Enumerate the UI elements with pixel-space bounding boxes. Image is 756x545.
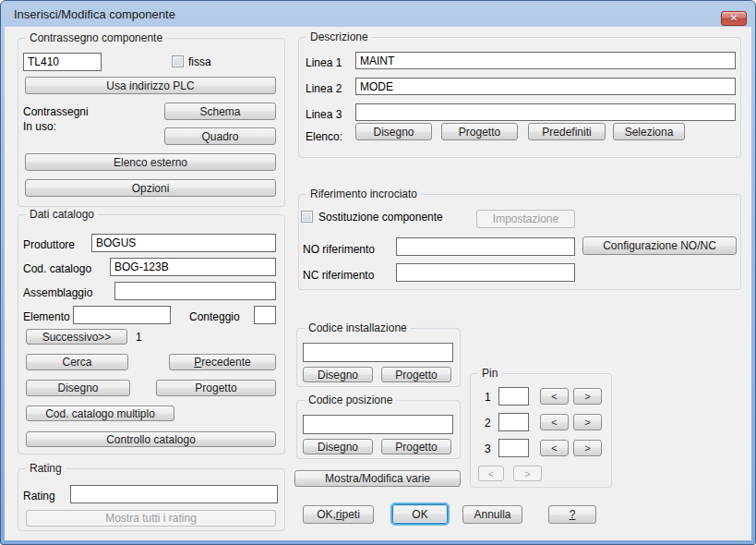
nc-reference-input[interactable] [396, 263, 575, 282]
fixed-checkbox-label: fissa [188, 55, 211, 68]
line2-label: Linea 2 [306, 82, 342, 95]
options-button[interactable]: Opzioni [25, 179, 276, 197]
schematic-button[interactable]: Schema [164, 103, 276, 120]
previous-button-label: recedente [201, 356, 250, 369]
pin1-prev-button[interactable]: < [540, 388, 569, 405]
panel-button[interactable]: Quadro [164, 127, 276, 145]
cross-reference-group-label: Riferimento incrociato [306, 188, 421, 200]
location-code-group-label: Codice posizione [305, 394, 396, 406]
pin1-label: 1 [485, 391, 491, 404]
component-override-label: Sostituzione componente [318, 211, 443, 224]
help-button[interactable]: ? [548, 505, 596, 524]
close-icon: ✕ [730, 14, 738, 23]
cancel-button[interactable]: Annulla [462, 505, 522, 524]
pin1-prev-icon: < [551, 391, 557, 402]
item-label: Elemento [23, 310, 70, 323]
previous-button-accel: P [194, 356, 201, 369]
installation-drawing-button[interactable]: Disegno [303, 367, 373, 382]
catalog-data-group-label: Dati catalogo [26, 208, 98, 221]
previous-button[interactable]: Precedente [169, 354, 276, 370]
description-pick-button[interactable]: Seleziona [613, 123, 685, 140]
next-count-value: 1 [136, 331, 142, 344]
nc-reference-label: NC riferimento [303, 269, 374, 282]
pin3-prev-icon: < [551, 442, 557, 454]
tags-in-use-label-line1: Contrassegni [23, 105, 89, 118]
pin3-label: 3 [485, 442, 491, 455]
installation-code-input[interactable] [303, 343, 453, 362]
rating-group-label: Rating [26, 462, 66, 475]
next-button[interactable]: Successivo>> [26, 329, 127, 345]
pin-nav-prev-icon: < [488, 468, 494, 479]
line3-label: Linea 3 [306, 108, 342, 121]
no-reference-input[interactable] [396, 237, 575, 256]
pin2-prev-icon: < [551, 417, 557, 428]
count-label: Conteggio [189, 310, 240, 323]
line2-input[interactable] [355, 78, 736, 95]
assembly-label: Assemblaggio [23, 286, 92, 299]
rating-input[interactable] [70, 485, 278, 503]
title-bar[interactable]: Inserisci/Modifica componente ✕ [1, 1, 755, 27]
pin2-next-icon: > [584, 417, 590, 428]
item-input[interactable] [73, 306, 171, 324]
show-edit-misc-button[interactable]: Mostra/Modifica varie [294, 470, 461, 487]
manufacturer-label: Produttore [23, 238, 75, 251]
description-group-label: Descrizione [306, 30, 372, 43]
fixed-checkbox[interactable] [172, 55, 184, 67]
ok-repeat-rest: peti [342, 508, 359, 521]
location-drawing-button[interactable]: Disegno [303, 439, 373, 454]
external-list-button[interactable]: Elenco esterno [25, 153, 276, 171]
pin3-prev-button[interactable]: < [540, 440, 569, 456]
catalog-drawing-button[interactable]: Disegno [26, 380, 130, 396]
description-drawing-button[interactable]: Disegno [355, 123, 432, 140]
insert-edit-component-dialog: Inserisci/Modifica componente ✕ Contrass… [0, 0, 756, 545]
show-all-ratings-button[interactable]: Mostra tutti i rating [26, 510, 276, 527]
component-override-checkbox[interactable] [301, 211, 313, 223]
location-code-input[interactable] [303, 415, 453, 434]
location-project-button[interactable]: Progetto [381, 439, 451, 454]
catalog-check-button[interactable]: Controllo catalogo [26, 431, 276, 447]
pin2-input[interactable] [498, 413, 529, 431]
installation-project-button[interactable]: Progetto [381, 367, 451, 382]
description-defaults-button[interactable]: Predefiniti [528, 123, 606, 140]
tags-in-use-label-line2: In uso: [23, 120, 56, 133]
installation-code-group-label: Codice installazione [305, 321, 411, 334]
use-plc-address-button[interactable]: Usa indirizzo PLC [25, 77, 276, 94]
no-nc-setup-button[interactable]: Configurazione NO/NC [582, 236, 737, 255]
description-project-button[interactable]: Progetto [441, 123, 518, 140]
rating-label: Rating [23, 490, 55, 503]
manufacturer-input[interactable] [91, 234, 276, 252]
dialog-title: Inserisci/Modifica componente [14, 7, 175, 21]
catalog-number-input[interactable] [110, 258, 276, 276]
lookup-button[interactable]: Cerca [26, 354, 128, 370]
multiple-catalog-button[interactable]: Cod. catalogo multiplo [26, 406, 174, 421]
pin2-label: 2 [485, 417, 491, 430]
ok-repeat-accel: ri [336, 508, 342, 521]
pin-nav-next-button[interactable]: > [513, 466, 542, 481]
assembly-input[interactable] [114, 282, 276, 300]
component-tag-input[interactable] [23, 53, 102, 71]
line1-input[interactable] [355, 52, 736, 69]
no-reference-label: NO riferimento [303, 243, 375, 256]
pin3-next-icon: > [584, 442, 590, 454]
close-button[interactable]: ✕ [721, 11, 747, 26]
pin-nav-next-icon: > [524, 468, 530, 479]
pin-nav-prev-button[interactable]: < [478, 466, 504, 481]
pin-group-label: Pin [478, 367, 501, 380]
pin2-next-button[interactable]: > [573, 414, 602, 430]
pin3-input[interactable] [498, 439, 529, 457]
pin2-prev-button[interactable]: < [540, 414, 569, 430]
catalog-project-button[interactable]: Progetto [156, 380, 276, 396]
ok-repeat-prefix: OK, [317, 508, 336, 521]
ok-repeat-button[interactable]: OK, ripeti [303, 505, 374, 524]
line3-input[interactable] [355, 103, 736, 121]
line1-label: Linea 1 [306, 56, 342, 69]
count-input[interactable] [254, 306, 276, 324]
pin1-next-icon: > [584, 391, 590, 402]
list-label: Elenco: [306, 130, 342, 143]
pin1-next-button[interactable]: > [573, 388, 602, 405]
ok-button[interactable]: OK [392, 504, 448, 524]
setup-button[interactable]: Impostazione [476, 210, 575, 228]
pin1-input[interactable] [498, 387, 529, 406]
catalog-number-label: Cod. catalogo [23, 262, 91, 275]
pin3-next-button[interactable]: > [573, 440, 602, 456]
